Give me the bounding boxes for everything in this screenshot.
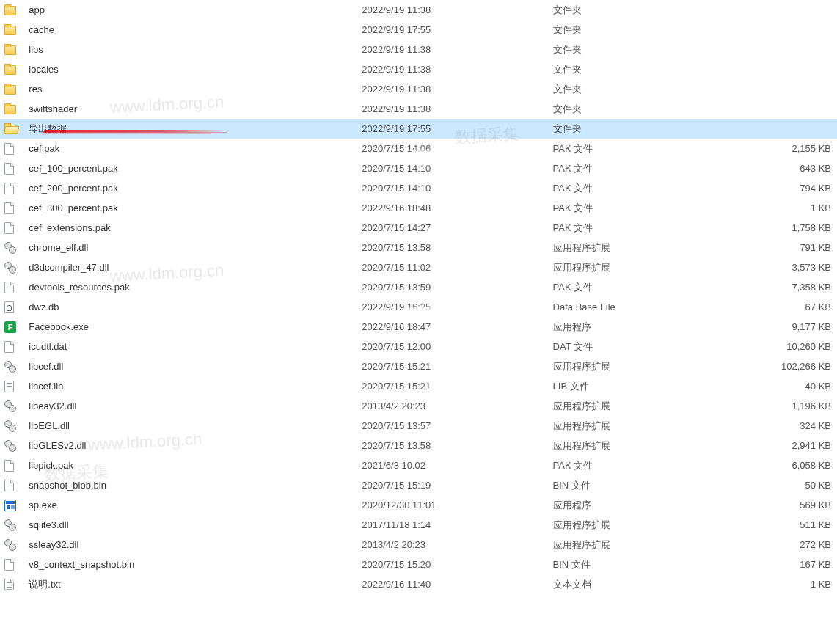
file-row[interactable]: icudtl.dat2020/7/15 12:00DAT 文件10,260 KB [0, 337, 837, 356]
file-name[interactable]: dwz.db [29, 297, 362, 317]
file-type: 应用程序扩展 [553, 396, 731, 416]
file-icon [4, 480, 14, 491]
file-type: PAK 文件 [553, 218, 731, 238]
file-row[interactable]: locales2022/9/19 11:38文件夹 [0, 59, 837, 79]
file-icon [4, 183, 14, 194]
file-name[interactable]: libcef.lib [29, 376, 362, 396]
file-name[interactable]: cef_extensions.pak [29, 218, 362, 238]
file-name[interactable]: libs [29, 40, 362, 59]
file-size: 324 KB [731, 416, 837, 436]
file-type: PAK 文件 [553, 277, 731, 297]
file-type: 应用程序扩展 [553, 535, 731, 555]
file-name[interactable]: cef_300_percent.pak [29, 198, 362, 218]
dll-icon [4, 242, 16, 254]
file-list[interactable]: app2022/9/19 11:38文件夹cache2022/9/19 17:5… [0, 0, 837, 594]
file-row[interactable]: sqlite3.dll2017/11/18 1:14应用程序扩展511 KB [0, 515, 837, 535]
file-name[interactable]: ssleay32.dll [29, 535, 362, 555]
file-name[interactable]: res [29, 79, 362, 99]
file-row[interactable]: libpick.pak2021/6/3 10:02PAK 文件6,058 KB [0, 455, 837, 475]
file-size: 3,573 KB [731, 257, 837, 277]
file-row[interactable]: cef.pak2020/7/15 14:06PAK 文件2,155 KB [0, 139, 837, 158]
file-row[interactable]: cef_200_percent.pak2020/7/15 14:10PAK 文件… [0, 178, 837, 198]
file-row[interactable]: ssleay32.dll2013/4/2 20:23应用程序扩展272 KB [0, 535, 837, 555]
file-size: 272 KB [731, 535, 837, 555]
file-date-modified: 2020/7/15 12:00 [362, 337, 552, 356]
file-name[interactable]: swiftshader [29, 99, 362, 119]
folder-icon [4, 6, 16, 15]
file-row[interactable]: cache2022/9/19 17:55文件夹 [0, 20, 837, 40]
file-name[interactable]: icudtl.dat [29, 337, 362, 356]
file-name[interactable]: chrome_elf.dll [29, 238, 362, 257]
file-row[interactable]: v8_context_snapshot.bin2020/7/15 15:20BI… [0, 555, 837, 574]
folder-icon [4, 105, 16, 114]
file-name[interactable]: libpick.pak [29, 455, 362, 475]
file-name[interactable]: libcef.dll [29, 356, 362, 376]
file-name[interactable]: snapshot_blob.bin [29, 475, 362, 495]
file-date-modified: 2022/9/16 18:47 [362, 317, 552, 337]
file-name[interactable]: locales [29, 59, 362, 79]
file-type: 应用程序扩展 [553, 416, 731, 436]
lib-file-icon [4, 381, 14, 392]
file-name[interactable]: d3dcompiler_47.dll [29, 257, 362, 277]
file-name[interactable]: devtools_resources.pak [29, 277, 362, 297]
file-name[interactable]: Facebook.exe [29, 317, 362, 337]
file-row[interactable]: d3dcompiler_47.dll2020/7/15 11:02应用程序扩展3… [0, 257, 837, 277]
file-size: 40 KB [731, 376, 837, 396]
file-name[interactable]: app [29, 0, 362, 20]
text-file-icon [4, 579, 14, 590]
file-type: DAT 文件 [553, 337, 731, 356]
file-type: BIN 文件 [553, 555, 731, 574]
file-icon-cell [0, 79, 29, 99]
file-name[interactable]: v8_context_snapshot.bin [29, 555, 362, 574]
file-row[interactable]: swiftshader2022/9/19 11:38文件夹 [0, 99, 837, 119]
file-name[interactable]: cef.pak [29, 139, 362, 158]
file-icon [4, 163, 14, 175]
file-name[interactable]: libGLESv2.dll [29, 436, 362, 455]
file-name[interactable]: cache [29, 20, 362, 40]
file-icon-cell [0, 436, 29, 455]
file-name[interactable]: 说明.txt [29, 574, 362, 594]
file-icon-cell [0, 238, 29, 257]
file-row[interactable]: cef_100_percent.pak2020/7/15 14:10PAK 文件… [0, 158, 837, 178]
file-row[interactable]: 说明.txt2022/9/16 11:40文本文档1 KB [0, 574, 837, 594]
file-row[interactable]: libs2022/9/19 11:38文件夹 [0, 40, 837, 59]
file-name[interactable]: cef_100_percent.pak [29, 158, 362, 178]
file-date-modified: 2020/7/15 14:27 [362, 218, 552, 238]
file-row[interactable]: snapshot_blob.bin2020/7/15 15:19BIN 文件50… [0, 475, 837, 495]
file-date-modified: 2013/4/2 20:23 [362, 396, 552, 416]
file-icon-cell [0, 59, 29, 79]
file-row[interactable]: libeay32.dll2013/4/2 20:23应用程序扩展1,196 KB [0, 396, 837, 416]
file-name[interactable]: libEGL.dll [29, 416, 362, 436]
file-row[interactable]: libcef.dll2020/7/15 15:21应用程序扩展102,266 K… [0, 356, 837, 376]
file-row[interactable]: 导出数据2022/9/19 17:55文件夹 [0, 119, 837, 139]
file-row[interactable]: dwz.db2022/9/19 16:25Data Base File67 KB [0, 297, 837, 317]
file-row[interactable]: chrome_elf.dll2020/7/15 13:58应用程序扩展791 K… [0, 238, 837, 257]
file-type: PAK 文件 [553, 139, 731, 158]
file-type: Data Base File [553, 297, 731, 317]
file-size: 167 KB [731, 555, 837, 574]
file-row[interactable]: cef_extensions.pak2020/7/15 14:27PAK 文件1… [0, 218, 837, 238]
file-date-modified: 2020/7/15 13:58 [362, 238, 552, 257]
file-name[interactable]: 导出数据 [29, 119, 362, 139]
file-type: 应用程序扩展 [553, 436, 731, 455]
file-type: 文本文档 [553, 574, 731, 594]
file-row[interactable]: sp.exe2020/12/30 11:01应用程序569 KB [0, 495, 837, 515]
file-size [731, 99, 837, 119]
file-row[interactable]: libcef.lib2020/7/15 15:21LIB 文件40 KB [0, 376, 837, 396]
file-icon-cell [0, 317, 29, 337]
file-name[interactable]: libeay32.dll [29, 396, 362, 416]
file-icon-cell [0, 535, 29, 555]
file-icon [4, 559, 14, 571]
file-row[interactable]: libEGL.dll2020/7/15 13:57应用程序扩展324 KB [0, 416, 837, 436]
file-row[interactable]: Facebook.exe2022/9/16 18:47应用程序9,177 KB [0, 317, 837, 337]
file-row[interactable]: cef_300_percent.pak2022/9/16 18:48PAK 文件… [0, 198, 837, 218]
file-size: 1,758 KB [731, 218, 837, 238]
file-row[interactable]: res2022/9/19 11:38文件夹 [0, 79, 837, 99]
file-name[interactable]: sp.exe [29, 495, 362, 515]
file-row[interactable]: devtools_resources.pak2020/7/15 13:59PAK… [0, 277, 837, 297]
file-name[interactable]: sqlite3.dll [29, 515, 362, 535]
file-row[interactable]: libGLESv2.dll2020/7/15 13:58应用程序扩展2,941 … [0, 436, 837, 455]
file-row[interactable]: app2022/9/19 11:38文件夹 [0, 0, 837, 20]
file-name[interactable]: cef_200_percent.pak [29, 178, 362, 198]
file-size: 791 KB [731, 238, 837, 257]
